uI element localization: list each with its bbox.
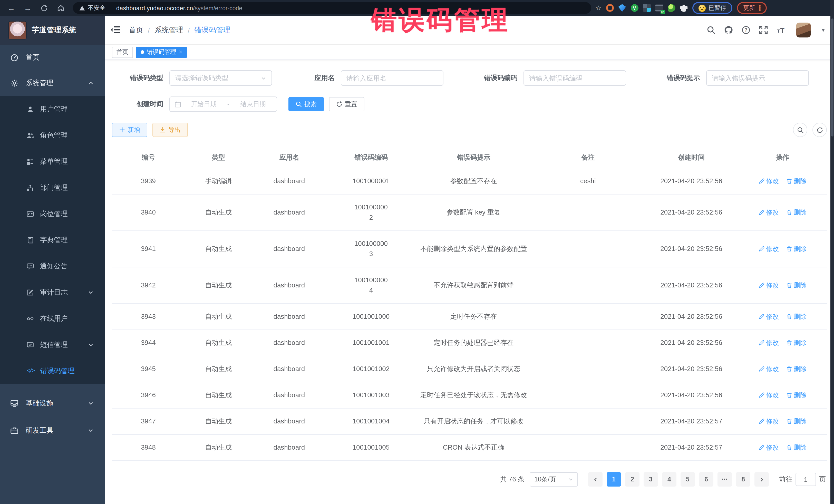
refresh-table-button[interactable] xyxy=(812,123,827,137)
github-icon[interactable] xyxy=(724,26,733,35)
forward-icon[interactable]: → xyxy=(23,3,33,13)
add-button[interactable]: 新增 xyxy=(112,123,147,137)
table-row[interactable]: 3939手动编辑dashboard1001000001参数配置不存在ceshi2… xyxy=(112,168,827,195)
user-avatar[interactable] xyxy=(796,23,811,38)
back-icon[interactable]: ← xyxy=(6,3,17,13)
delete-link[interactable]: 删除 xyxy=(786,364,807,374)
page-button-4[interactable]: 4 xyxy=(662,472,676,486)
scrollbar-thumb[interactable] xyxy=(831,19,833,136)
help-icon[interactable] xyxy=(742,26,750,35)
tag-close-icon[interactable]: × xyxy=(179,49,182,55)
page-button-8[interactable]: 8 xyxy=(736,472,750,486)
edit-link[interactable]: 修改 xyxy=(758,416,779,426)
extension-icon-list[interactable]: on xyxy=(655,4,663,12)
address-bar[interactable]: 不安全 dashboard.yudao.iocoder.cn/system/er… xyxy=(73,2,591,14)
security-warning[interactable]: 不安全 xyxy=(79,4,106,12)
page-button-3[interactable]: 3 xyxy=(643,472,658,486)
delete-link[interactable]: 删除 xyxy=(786,176,807,186)
delete-link[interactable]: 删除 xyxy=(786,442,807,453)
edit-link[interactable]: 修改 xyxy=(758,364,779,374)
sidebar-item-edit[interactable]: 审计日志 xyxy=(0,279,105,305)
next-page-button[interactable] xyxy=(754,472,769,486)
edit-link[interactable]: 修改 xyxy=(758,442,779,453)
reload-icon[interactable] xyxy=(39,3,49,13)
window-scrollbar[interactable] xyxy=(830,0,834,504)
sidebar-item-user[interactable]: 用户管理 xyxy=(0,96,105,122)
table-row[interactable]: 3947自动生成dashboard1001001004只有开启状态的任务，才可以… xyxy=(112,409,827,435)
error-code-input[interactable] xyxy=(524,70,626,86)
sidebar-logo[interactable]: 芋道管理系统 xyxy=(0,16,105,45)
breadcrumb-system[interactable]: 系统管理 xyxy=(154,25,183,35)
sidebar-item-tools[interactable]: 研发工具 xyxy=(0,418,105,443)
edit-link[interactable]: 修改 xyxy=(758,390,779,400)
sidebar-item-tree[interactable]: 部门管理 xyxy=(0,175,105,201)
sidebar-item-menu[interactable]: 菜单管理 xyxy=(0,148,105,175)
export-button[interactable]: 导出 xyxy=(152,123,188,137)
bookmark-star-icon[interactable]: ☆ xyxy=(595,4,601,12)
error-type-select[interactable]: 请选择错误码类型 xyxy=(169,70,272,86)
profile-paused-badge[interactable]: 已暂停 xyxy=(692,2,732,14)
table-row[interactable]: 3944自动生成dashboard1001001001定时任务的处理器已经存在2… xyxy=(112,330,827,356)
sidebar-item-gear[interactable]: 系统管理 xyxy=(0,70,105,96)
sidebar-item-users[interactable]: 角色管理 xyxy=(0,122,105,148)
extension-icon-gem[interactable] xyxy=(618,4,626,12)
delete-link[interactable]: 删除 xyxy=(786,207,807,218)
delete-link[interactable]: 删除 xyxy=(786,280,807,290)
table-row[interactable]: 3941自动生成dashboard1001000003不能删除类型为系统内置的参… xyxy=(112,231,827,267)
avatar-caret-icon[interactable]: ▼ xyxy=(821,27,826,33)
fullscreen-icon[interactable] xyxy=(759,26,768,35)
breadcrumb-home[interactable]: 首页 xyxy=(129,25,143,35)
browser-menu-icon[interactable] xyxy=(759,5,760,11)
page-button-6[interactable]: 6 xyxy=(699,472,714,486)
browser-update-button[interactable]: 更新 xyxy=(737,2,767,14)
edit-link[interactable]: 修改 xyxy=(758,176,779,186)
delete-link[interactable]: 删除 xyxy=(786,338,807,348)
table-row[interactable]: 3940自动生成dashboard1001000002参数配置 key 重复20… xyxy=(112,195,827,231)
tag-item[interactable]: 首页 xyxy=(112,46,133,58)
tag-active[interactable]: 错误码管理× xyxy=(136,46,187,58)
page-size-select[interactable]: 10条/页 xyxy=(530,472,578,486)
delete-link[interactable]: 删除 xyxy=(786,244,807,254)
edit-link[interactable]: 修改 xyxy=(758,311,779,322)
extension-icon-grid[interactable] xyxy=(643,4,651,12)
date-range-picker[interactable]: 开始日期 - 结束日期 xyxy=(169,96,277,112)
page-ellipsis[interactable]: ··· xyxy=(718,472,732,486)
search-button[interactable]: 搜索 xyxy=(288,97,324,111)
sidebar-item-card[interactable]: 岗位管理 xyxy=(0,201,105,227)
sidebar-item-online[interactable]: 在线用户 xyxy=(0,305,105,332)
prev-page-button[interactable] xyxy=(588,472,602,486)
extension-icon-leaf[interactable] xyxy=(667,4,675,12)
table-row[interactable]: 3943自动生成dashboard1001001000定时任务不存在2021-0… xyxy=(112,304,827,330)
extension-icon-check[interactable]: V xyxy=(631,4,638,12)
sidebar-item-infra[interactable]: 基础设施 xyxy=(0,389,105,418)
edit-link[interactable]: 修改 xyxy=(758,207,779,218)
extensions-puzzle-icon[interactable] xyxy=(680,4,687,12)
page-button-5[interactable]: 5 xyxy=(681,472,695,486)
edit-link[interactable]: 修改 xyxy=(758,338,779,348)
goto-page-input[interactable] xyxy=(795,473,816,486)
font-size-icon[interactable] xyxy=(776,26,785,35)
error-hint-input[interactable] xyxy=(706,70,809,86)
table-row[interactable]: 3945自动生成dashboard1001001002只允许修改为开启或者关闭状… xyxy=(112,356,827,382)
home-icon[interactable] xyxy=(56,3,66,13)
sidebar-item-chat[interactable]: 通知公告 xyxy=(0,253,105,279)
reset-button[interactable]: 重置 xyxy=(329,97,365,111)
hamburger-icon[interactable] xyxy=(110,24,122,36)
edit-link[interactable]: 修改 xyxy=(758,244,779,254)
delete-link[interactable]: 删除 xyxy=(786,390,807,400)
table-row[interactable]: 3948自动生成dashboard1001001005CRON 表达式不正确20… xyxy=(112,435,827,461)
sidebar-item-msg[interactable]: 短信管理 xyxy=(0,332,105,358)
sidebar-item-dashboard[interactable]: 首页 xyxy=(0,45,105,70)
delete-link[interactable]: 删除 xyxy=(786,311,807,322)
page-button-1[interactable]: 1 xyxy=(607,472,621,486)
header-search-icon[interactable] xyxy=(707,26,716,35)
delete-link[interactable]: 删除 xyxy=(786,416,807,426)
sidebar-item-code[interactable]: </>错误码管理 xyxy=(0,358,105,384)
extension-icon-ring[interactable] xyxy=(606,4,614,12)
table-row[interactable]: 3946自动生成dashboard1001001003定时任务已经处于该状态，无… xyxy=(112,382,827,409)
table-row[interactable]: 3942自动生成dashboard1001000004不允许获取敏感配置到前端2… xyxy=(112,267,827,304)
page-button-2[interactable]: 2 xyxy=(625,472,639,486)
edit-link[interactable]: 修改 xyxy=(758,280,779,290)
app-name-input[interactable] xyxy=(341,70,443,86)
toggle-search-button[interactable] xyxy=(793,123,807,137)
